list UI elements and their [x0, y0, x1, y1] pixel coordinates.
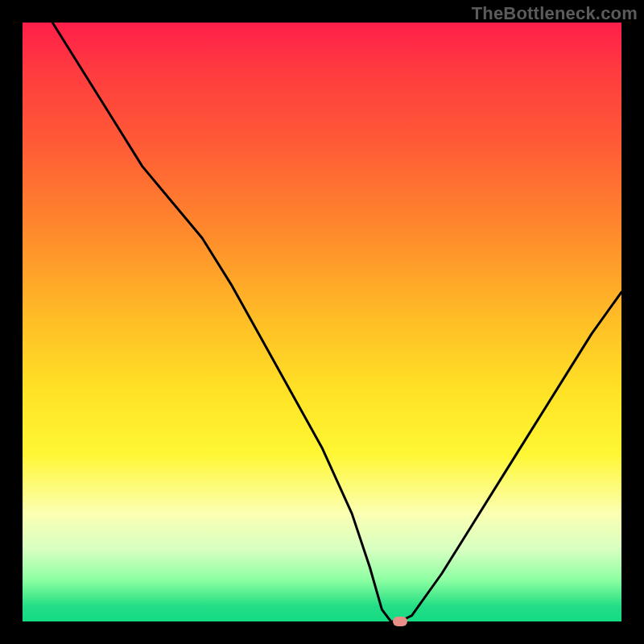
chart-frame: TheBottleneck.com	[0, 0, 644, 644]
plot-area	[23, 23, 621, 621]
watermark-text: TheBottleneck.com	[472, 3, 638, 24]
bottleneck-curve	[23, 23, 621, 621]
selected-point-marker	[393, 617, 407, 626]
